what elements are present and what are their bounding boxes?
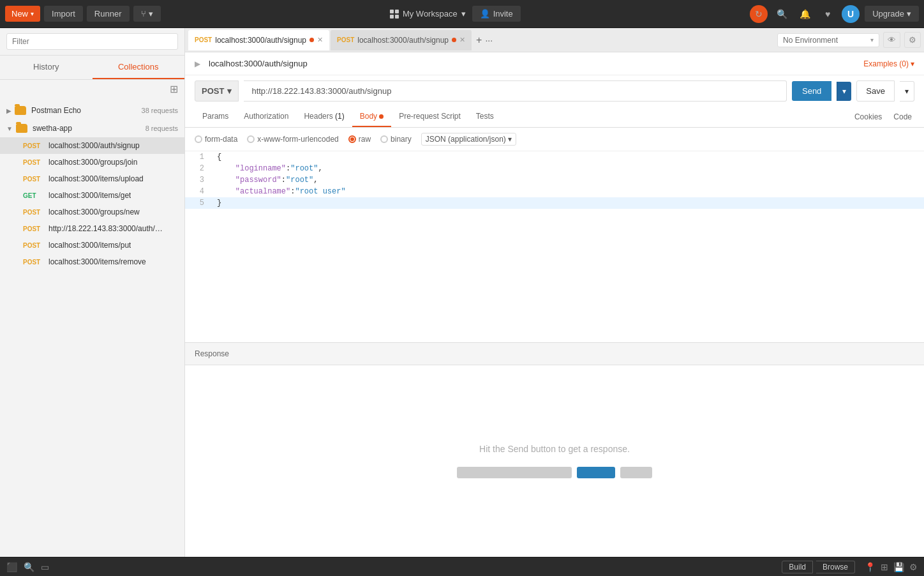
code-line-1: 1 { [185, 151, 924, 163]
tab-authorization[interactable]: Authorization [236, 107, 296, 127]
tab-history[interactable]: History [0, 56, 93, 79]
workspace-chevron-icon: ▾ [461, 9, 466, 19]
upgrade-button[interactable]: Upgrade ▾ [865, 6, 919, 22]
import-button[interactable]: Import [44, 6, 83, 22]
status-icon[interactable]: ⬛ [6, 562, 17, 572]
cookies-link[interactable]: Cookies [852, 107, 884, 126]
request-name: localhost:3000/auth/signup [209, 59, 308, 68]
collection-postman-echo[interactable]: ▶ Postman Echo 38 requests [0, 102, 184, 119]
response-body: Hit the Send button to get a response. [185, 365, 924, 557]
settings-bottom-icon[interactable]: ⚙ [909, 562, 918, 572]
save-bottom-icon[interactable]: 💾 [893, 562, 904, 572]
response-bars [457, 467, 652, 478]
notification-icon[interactable]: 🔔 [796, 5, 814, 23]
code-content: 1 { 2 "loginname":"root", 3 "password":"… [185, 151, 924, 209]
workspace-label: My Workspace [403, 9, 458, 19]
tab-close-icon[interactable]: ✕ [459, 36, 465, 44]
request-tab-1[interactable]: POST localhost:3000/auth/signup ✕ [188, 30, 329, 50]
collection-count: 8 requests [145, 125, 178, 132]
search-icon[interactable]: 🔍 [773, 5, 791, 23]
sidebar-tabs: History Collections [0, 56, 184, 80]
code-editor[interactable]: 1 { 2 "loginname":"root", 3 "password":"… [185, 151, 924, 343]
send-button[interactable]: Send [792, 81, 831, 101]
sync-icon[interactable]: ↻ [750, 5, 768, 23]
workspace-button[interactable]: My Workspace ▾ [390, 9, 466, 19]
raw-option[interactable]: raw [348, 135, 371, 144]
list-item[interactable]: POST localhost:3000/items/put [0, 237, 184, 254]
env-settings-button[interactable]: ⚙ [904, 32, 921, 48]
chevron-right-icon: ▶ [6, 107, 11, 114]
browse-button[interactable]: Browse [816, 561, 855, 573]
tab-url-label: localhost:3000/auth/signup [215, 36, 306, 45]
invite-button[interactable]: 👤 Invite [472, 6, 521, 22]
request-area: POST localhost:3000/auth/signup ✕ POST l… [185, 28, 924, 557]
tab-modified-dot [309, 38, 314, 42]
save-button[interactable]: Save [856, 80, 895, 102]
new-button[interactable]: New ▾ [5, 6, 40, 22]
body-modified-dot [379, 114, 384, 119]
heart-icon[interactable]: ♥ [819, 5, 837, 23]
build-button[interactable]: Build [782, 561, 813, 573]
examples-link[interactable]: Examples (0) ▾ [863, 59, 914, 68]
save-dropdown-button[interactable]: ▾ [900, 81, 914, 102]
tab-collections[interactable]: Collections [93, 56, 185, 79]
tab-tests[interactable]: Tests [468, 107, 502, 127]
list-item[interactable]: POST localhost:3000/groups/join [0, 154, 184, 171]
examples-chevron-icon: ▾ [911, 59, 914, 68]
raw-radio[interactable] [348, 135, 356, 143]
fork-button[interactable]: ⑂ ▾ [133, 6, 161, 22]
request-tab-2[interactable]: POST localhost:3000/auth/signup ✕ [331, 30, 472, 50]
form-data-option[interactable]: form-data [195, 135, 237, 144]
sidebar-toolbar: ⊞ [0, 80, 184, 98]
method-selector[interactable]: POST ▾ [195, 80, 239, 102]
layout-icon[interactable]: ⊞ [881, 562, 888, 572]
send-dropdown-button[interactable]: ▾ [837, 82, 851, 101]
bottom-right: Build Browse 📍 ⊞ 💾 ⚙ [782, 561, 918, 573]
request-url: localhost:3000/items/get [48, 191, 131, 200]
tab-headers[interactable]: Headers (1) [296, 107, 352, 127]
urlencoded-option[interactable]: x-www-form-urlencoded [247, 135, 338, 144]
json-format-selector[interactable]: JSON (application/json) ▾ [421, 133, 516, 146]
search-bottom-icon[interactable]: 🔍 [24, 562, 34, 572]
form-data-radio[interactable] [195, 135, 202, 143]
method-value: POST [202, 86, 224, 96]
request-url: localhost:3000/auth/signup [48, 141, 140, 150]
workspace-grid-icon [390, 10, 399, 19]
bottom-far-right: 📍 ⊞ 💾 ⚙ [865, 562, 918, 572]
collection-name: swetha-app [33, 124, 72, 133]
topbar: New ▾ Import Runner ⑂ ▾ My Workspace ▾ 👤… [0, 0, 924, 28]
more-tabs-button[interactable]: ··· [485, 35, 493, 45]
urlencoded-radio[interactable] [247, 135, 255, 143]
tab-params[interactable]: Params [195, 107, 236, 127]
sidebar-search-area [0, 28, 184, 56]
console-icon[interactable]: ▭ [41, 562, 49, 572]
search-input[interactable] [6, 33, 178, 50]
code-link[interactable]: Code [891, 107, 914, 126]
env-eye-button[interactable]: 👁 [883, 32, 900, 48]
location-icon[interactable]: 📍 [865, 562, 876, 572]
list-item[interactable]: GET localhost:3000/items/get [0, 187, 184, 204]
tab-body[interactable]: Body [352, 107, 391, 127]
runner-button[interactable]: Runner [87, 6, 130, 22]
new-tab-button[interactable]: + [476, 34, 482, 46]
url-input[interactable] [244, 80, 787, 102]
list-item[interactable]: POST http://18.222.143.83:3000/auth/sig.… [0, 220, 184, 237]
sidebar: History Collections ⊞ ▶ Postman Echo 38 … [0, 28, 185, 557]
tab-pre-request-script[interactable]: Pre-request Script [391, 107, 468, 127]
response-bar-3 [620, 467, 652, 478]
list-item[interactable]: POST localhost:3000/groups/new [0, 204, 184, 220]
tab-close-icon[interactable]: ✕ [317, 36, 323, 44]
list-item[interactable]: POST localhost:3000/items/remove [0, 254, 184, 270]
response-header: Response [185, 343, 924, 365]
method-badge: POST [23, 159, 43, 166]
folder-icon [16, 124, 27, 133]
avatar[interactable]: U [842, 5, 860, 23]
new-collection-button[interactable]: ⊞ [170, 83, 178, 95]
binary-option[interactable]: binary [380, 135, 412, 144]
collection-swetha-app[interactable]: ▼ swetha-app 8 requests [0, 119, 184, 137]
collection-name: Postman Echo [31, 106, 81, 115]
environment-selector[interactable]: No Environment ▾ [777, 33, 879, 47]
list-item[interactable]: POST localhost:3000/auth/signup [0, 137, 184, 154]
list-item[interactable]: POST localhost:3000/items/upload [0, 171, 184, 187]
binary-radio[interactable] [380, 135, 388, 143]
